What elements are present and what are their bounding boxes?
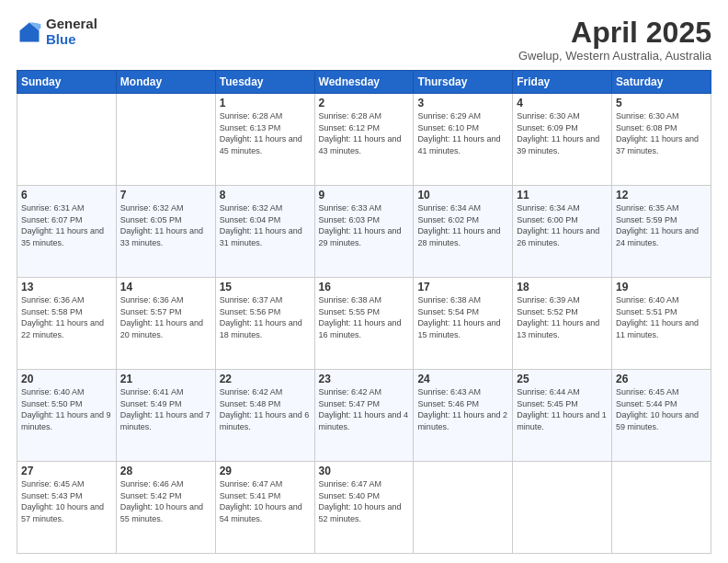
- calendar-cell: 6Sunrise: 6:31 AMSunset: 6:07 PMDaylight…: [17, 186, 117, 278]
- calendar-cell: 4Sunrise: 6:30 AMSunset: 6:09 PMDaylight…: [513, 94, 612, 186]
- day-info: Sunrise: 6:30 AMSunset: 6:08 PMDaylight:…: [616, 110, 707, 156]
- day-info: Sunrise: 6:42 AMSunset: 5:48 PMDaylight:…: [220, 386, 311, 432]
- day-number: 29: [220, 465, 311, 477]
- day-number: 25: [517, 373, 608, 385]
- day-number: 23: [319, 373, 410, 385]
- day-info: Sunrise: 6:39 AMSunset: 5:52 PMDaylight:…: [517, 294, 608, 340]
- day-info: Sunrise: 6:42 AMSunset: 5:47 PMDaylight:…: [319, 386, 410, 432]
- col-saturday: Saturday: [612, 71, 711, 94]
- col-wednesday: Wednesday: [314, 71, 414, 94]
- day-number: 6: [21, 189, 112, 201]
- day-info: Sunrise: 6:30 AMSunset: 6:09 PMDaylight:…: [517, 110, 608, 156]
- day-number: 27: [21, 465, 112, 477]
- calendar-cell: 12Sunrise: 6:35 AMSunset: 5:59 PMDayligh…: [612, 186, 711, 278]
- calendar-cell: 15Sunrise: 6:37 AMSunset: 5:56 PMDayligh…: [215, 278, 314, 370]
- day-number: 5: [616, 97, 707, 109]
- day-number: 20: [21, 373, 112, 385]
- day-info: Sunrise: 6:47 AMSunset: 5:40 PMDaylight:…: [319, 478, 410, 524]
- col-monday: Monday: [116, 71, 215, 94]
- day-info: Sunrise: 6:44 AMSunset: 5:45 PMDaylight:…: [517, 386, 608, 432]
- calendar-cell: 20Sunrise: 6:40 AMSunset: 5:50 PMDayligh…: [17, 370, 117, 462]
- calendar-cell: 22Sunrise: 6:42 AMSunset: 5:48 PMDayligh…: [215, 370, 314, 462]
- week-row-5: 27Sunrise: 6:45 AMSunset: 5:43 PMDayligh…: [17, 462, 711, 554]
- calendar-cell: 3Sunrise: 6:29 AMSunset: 6:10 PMDaylight…: [414, 94, 513, 186]
- day-number: 13: [21, 281, 112, 293]
- day-number: 1: [220, 97, 311, 109]
- header: General Blue April 2025 Gwelup, Western …: [17, 17, 711, 63]
- day-number: 24: [417, 373, 508, 385]
- col-thursday: Thursday: [414, 71, 513, 94]
- calendar-cell: 10Sunrise: 6:34 AMSunset: 6:02 PMDayligh…: [414, 186, 513, 278]
- day-info: Sunrise: 6:29 AMSunset: 6:10 PMDaylight:…: [417, 110, 508, 156]
- calendar-cell: 21Sunrise: 6:41 AMSunset: 5:49 PMDayligh…: [116, 370, 215, 462]
- calendar-cell: 9Sunrise: 6:33 AMSunset: 6:03 PMDaylight…: [314, 186, 414, 278]
- location-subtitle: Gwelup, Western Australia, Australia: [518, 49, 711, 63]
- day-info: Sunrise: 6:37 AMSunset: 5:56 PMDaylight:…: [220, 294, 311, 340]
- calendar-cell: [414, 462, 513, 554]
- calendar-cell: 14Sunrise: 6:36 AMSunset: 5:57 PMDayligh…: [116, 278, 215, 370]
- calendar-cell: [17, 94, 117, 186]
- day-number: 28: [120, 465, 211, 477]
- calendar-cell: 11Sunrise: 6:34 AMSunset: 6:00 PMDayligh…: [513, 186, 612, 278]
- day-info: Sunrise: 6:45 AMSunset: 5:43 PMDaylight:…: [21, 478, 112, 524]
- day-info: Sunrise: 6:38 AMSunset: 5:55 PMDaylight:…: [319, 294, 410, 340]
- day-info: Sunrise: 6:41 AMSunset: 5:49 PMDaylight:…: [120, 386, 211, 432]
- day-info: Sunrise: 6:28 AMSunset: 6:12 PMDaylight:…: [319, 110, 410, 156]
- day-number: 3: [417, 97, 508, 109]
- calendar-table: Sunday Monday Tuesday Wednesday Thursday…: [17, 70, 711, 554]
- calendar-cell: 26Sunrise: 6:45 AMSunset: 5:44 PMDayligh…: [612, 370, 711, 462]
- week-row-3: 13Sunrise: 6:36 AMSunset: 5:58 PMDayligh…: [17, 278, 711, 370]
- col-sunday: Sunday: [17, 71, 117, 94]
- day-info: Sunrise: 6:40 AMSunset: 5:50 PMDaylight:…: [21, 386, 112, 432]
- day-info: Sunrise: 6:38 AMSunset: 5:54 PMDaylight:…: [417, 294, 508, 340]
- logo: General Blue: [17, 17, 97, 47]
- day-info: Sunrise: 6:36 AMSunset: 5:57 PMDaylight:…: [120, 294, 211, 340]
- calendar-cell: 24Sunrise: 6:43 AMSunset: 5:46 PMDayligh…: [414, 370, 513, 462]
- day-number: 4: [517, 97, 608, 109]
- day-number: 21: [120, 373, 211, 385]
- logo-text: General Blue: [46, 17, 97, 47]
- day-info: Sunrise: 6:45 AMSunset: 5:44 PMDaylight:…: [616, 386, 707, 432]
- day-number: 2: [319, 97, 410, 109]
- calendar-cell: 17Sunrise: 6:38 AMSunset: 5:54 PMDayligh…: [414, 278, 513, 370]
- calendar-cell: 30Sunrise: 6:47 AMSunset: 5:40 PMDayligh…: [314, 462, 414, 554]
- calendar-cell: 29Sunrise: 6:47 AMSunset: 5:41 PMDayligh…: [215, 462, 314, 554]
- calendar-cell: 19Sunrise: 6:40 AMSunset: 5:51 PMDayligh…: [612, 278, 711, 370]
- calendar-cell: 27Sunrise: 6:45 AMSunset: 5:43 PMDayligh…: [17, 462, 117, 554]
- day-number: 18: [517, 281, 608, 293]
- day-info: Sunrise: 6:35 AMSunset: 5:59 PMDaylight:…: [616, 202, 707, 248]
- week-row-2: 6Sunrise: 6:31 AMSunset: 6:07 PMDaylight…: [17, 186, 711, 278]
- logo-general-label: General: [46, 17, 97, 32]
- calendar-cell: [116, 94, 215, 186]
- day-number: 19: [616, 281, 707, 293]
- day-number: 9: [319, 189, 410, 201]
- day-number: 26: [616, 373, 707, 385]
- calendar-cell: 2Sunrise: 6:28 AMSunset: 6:12 PMDaylight…: [314, 94, 414, 186]
- calendar-cell: 28Sunrise: 6:46 AMSunset: 5:42 PMDayligh…: [116, 462, 215, 554]
- day-info: Sunrise: 6:46 AMSunset: 5:42 PMDaylight:…: [120, 478, 211, 524]
- day-info: Sunrise: 6:28 AMSunset: 6:13 PMDaylight:…: [220, 110, 311, 156]
- title-block: April 2025 Gwelup, Western Australia, Au…: [518, 17, 711, 63]
- calendar-cell: 13Sunrise: 6:36 AMSunset: 5:58 PMDayligh…: [17, 278, 117, 370]
- day-number: 15: [220, 281, 311, 293]
- day-number: 16: [319, 281, 410, 293]
- logo-icon: [17, 19, 42, 45]
- day-number: 14: [120, 281, 211, 293]
- day-number: 12: [616, 189, 707, 201]
- day-info: Sunrise: 6:32 AMSunset: 6:05 PMDaylight:…: [120, 202, 211, 248]
- day-info: Sunrise: 6:34 AMSunset: 6:00 PMDaylight:…: [517, 202, 608, 248]
- day-info: Sunrise: 6:40 AMSunset: 5:51 PMDaylight:…: [616, 294, 707, 340]
- day-number: 10: [417, 189, 508, 201]
- day-number: 22: [220, 373, 311, 385]
- day-number: 17: [417, 281, 508, 293]
- day-info: Sunrise: 6:47 AMSunset: 5:41 PMDaylight:…: [220, 478, 311, 524]
- page: General Blue April 2025 Gwelup, Western …: [0, 0, 728, 563]
- calendar-cell: 8Sunrise: 6:32 AMSunset: 6:04 PMDaylight…: [215, 186, 314, 278]
- day-info: Sunrise: 6:31 AMSunset: 6:07 PMDaylight:…: [21, 202, 112, 248]
- day-info: Sunrise: 6:33 AMSunset: 6:03 PMDaylight:…: [319, 202, 410, 248]
- day-info: Sunrise: 6:32 AMSunset: 6:04 PMDaylight:…: [220, 202, 311, 248]
- calendar-cell: 16Sunrise: 6:38 AMSunset: 5:55 PMDayligh…: [314, 278, 414, 370]
- day-info: Sunrise: 6:43 AMSunset: 5:46 PMDaylight:…: [417, 386, 508, 432]
- day-info: Sunrise: 6:36 AMSunset: 5:58 PMDaylight:…: [21, 294, 112, 340]
- month-title: April 2025: [518, 17, 711, 49]
